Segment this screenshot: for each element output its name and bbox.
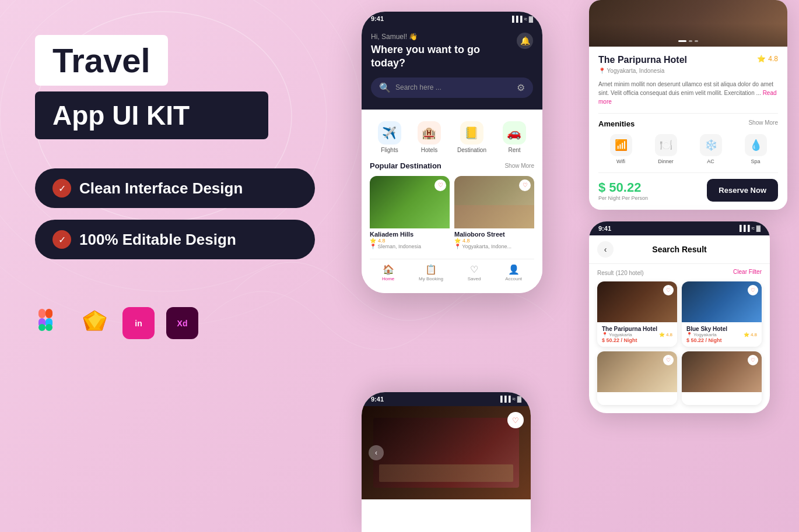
dot-2 bbox=[695, 40, 698, 42]
dinner-icon: 🍽️ bbox=[655, 134, 677, 156]
dest-heart-2[interactable]: ♡ bbox=[519, 179, 531, 191]
filter-icon: ⚙ bbox=[517, 82, 525, 93]
left-panel: Travel App UI KIT ✓ Clean Interface Desi… bbox=[35, 35, 332, 340]
svg-point-9 bbox=[45, 324, 52, 331]
price-reserve-row: $ 50.22 Per Night Per Person Reserve Now bbox=[598, 179, 778, 202]
hotel-price: $ 50.22 bbox=[598, 180, 648, 195]
svg-rect-5 bbox=[38, 309, 45, 318]
dest-location-2: 📍 Yogyakarta, Indone... bbox=[454, 244, 534, 249]
image-dots bbox=[678, 40, 698, 42]
divider-2 bbox=[598, 172, 778, 173]
phone-header: Hi, Samuel! 👋 Where you want to go today… bbox=[362, 26, 542, 110]
category-flights[interactable]: ✈️ Flights bbox=[378, 121, 401, 153]
title-appuikit: App UI KIT bbox=[35, 91, 268, 139]
hotel-card-rating-1: ⭐ 4.8 bbox=[659, 332, 672, 337]
hotel-heart-2[interactable]: ♡ bbox=[748, 285, 758, 295]
amenities-row: 📶 Wifi 🍽️ Dinner ❄️ AC 💧 Spa bbox=[598, 134, 778, 164]
amenities-show-more[interactable]: Show More bbox=[748, 119, 778, 128]
category-row: ✈️ Flights 🏨 Hotels 📒 Destination 🚗 Rent bbox=[370, 121, 534, 153]
phone-question: Where you want to go today? bbox=[371, 43, 517, 71]
category-destination[interactable]: 📒 Destination bbox=[457, 121, 486, 153]
amenities-header: Amenities Show More bbox=[598, 119, 778, 128]
search-phone-status: ▐▐▐ ≈ ▓ bbox=[737, 225, 761, 232]
hotel-card-loc-2: 📍 Yogyakarta bbox=[686, 332, 717, 337]
nav-account[interactable]: 👤 Account bbox=[505, 264, 522, 281]
hotel-detail-card: The Paripurna Hotel ⭐ 4.8 📍 Yogyakarta, … bbox=[589, 0, 787, 210]
hotel-card-name-4 bbox=[686, 396, 757, 401]
hotel-card-name-2: Blue Sky Hotel bbox=[686, 326, 757, 332]
dest-location-1: 📍 Sleman, Indonesia bbox=[370, 244, 450, 249]
hotels-icon: 🏨 bbox=[418, 121, 441, 145]
spa-icon: 💧 bbox=[745, 134, 767, 156]
bottom-phone-time: 9:41 bbox=[371, 396, 384, 403]
hotel-card-1[interactable]: ♡ The Paripurna Hotel 📍 Yogyakarta ⭐ 4.8… bbox=[597, 281, 677, 347]
search-phone-time: 9:41 bbox=[598, 225, 611, 232]
feature-badge-1: ✓ Clean Interface Design bbox=[35, 168, 315, 208]
xd-icon: Xd bbox=[166, 307, 198, 339]
category-hotels[interactable]: 🏨 Hotels bbox=[418, 121, 441, 153]
dest-card-2[interactable]: ♡ Malioboro Street ⭐ 4.8 📍 Yogyakarta, I… bbox=[454, 176, 534, 252]
hotel-card-img-1: ♡ bbox=[597, 281, 677, 322]
account-nav-icon: 👤 bbox=[508, 264, 520, 275]
right-panel: The Paripurna Hotel ⭐ 4.8 📍 Yogyakarta, … bbox=[589, 0, 787, 413]
hotel-card-info-3 bbox=[597, 392, 677, 405]
nav-home[interactable]: 🏠 Home bbox=[382, 264, 394, 281]
room-heart[interactable]: ♡ bbox=[507, 412, 524, 428]
rent-icon: 🚗 bbox=[503, 121, 526, 145]
hotel-name-row: The Paripurna Hotel ⭐ 4.8 bbox=[598, 55, 778, 65]
destination-icon: 📒 bbox=[460, 121, 483, 145]
sketch-icon bbox=[79, 306, 111, 340]
hotel-card-3[interactable]: ♡ bbox=[597, 351, 677, 405]
hotel-card-img-2: ♡ bbox=[682, 281, 762, 322]
hotel-card-4[interactable]: ♡ bbox=[682, 351, 762, 405]
destination-row: ♡ Kaliadem Hills ⭐ 4.8 📍 Sleman, Indones… bbox=[370, 176, 534, 252]
feature-label-2: 100% Editable Design bbox=[79, 231, 236, 249]
category-rent[interactable]: 🚗 Rent bbox=[503, 121, 526, 153]
result-count-row: Result (120 hotel) Clear Filter bbox=[589, 264, 770, 281]
booking-nav-label: My Booking bbox=[419, 276, 443, 281]
phone-status-icons: ▐▐▐ ≈ ▓ bbox=[510, 16, 533, 22]
hotel-description: Arnet minim mollit non deserunt ullamco … bbox=[598, 80, 778, 106]
dest-img-green: ♡ bbox=[370, 176, 450, 228]
wifi-icon: 📶 bbox=[610, 134, 632, 156]
hotel-heart-4[interactable]: ♡ bbox=[748, 355, 758, 365]
search-result-phone: 9:41 ▐▐▐ ≈ ▓ ‹ Search Result Result (120… bbox=[589, 221, 770, 413]
result-count: Result (120 hotel) bbox=[597, 269, 644, 277]
price-label: Per Night Per Person bbox=[598, 195, 648, 201]
tool-icons: in Xd bbox=[35, 306, 332, 340]
hotel-card-info-1: The Paripurna Hotel 📍 Yogyakarta ⭐ 4.8 $… bbox=[597, 322, 677, 347]
main-phone: 9:41 ▐▐▐ ≈ ▓ Hi, Samuel! 👋 Where you wan… bbox=[362, 12, 542, 293]
show-more-popular[interactable]: Show More bbox=[504, 163, 534, 169]
dest-card-1[interactable]: ♡ Kaliadem Hills ⭐ 4.8 📍 Sleman, Indones… bbox=[370, 176, 450, 252]
prev-arrow[interactable]: ‹ bbox=[369, 445, 384, 460]
amenity-ac: ❄️ AC bbox=[700, 134, 722, 164]
account-nav-label: Account bbox=[505, 276, 522, 281]
back-button[interactable]: ‹ bbox=[597, 241, 614, 258]
saved-nav-icon: ♡ bbox=[470, 264, 478, 275]
home-nav-label: Home bbox=[382, 276, 394, 281]
hotel-heart-1[interactable]: ♡ bbox=[663, 285, 674, 295]
popular-section-header: Popular Destination Show More bbox=[370, 161, 534, 170]
nav-saved[interactable]: ♡ Saved bbox=[468, 264, 481, 281]
hotel-card-name-3 bbox=[602, 396, 672, 401]
search-icon: 🔍 bbox=[379, 82, 391, 93]
bell-icon[interactable]: 🔔 bbox=[517, 33, 533, 49]
rent-label: Rent bbox=[508, 147, 520, 153]
hotel-card-info-4 bbox=[682, 392, 762, 405]
hotel-card-2[interactable]: ♡ Blue Sky Hotel 📍 Yogyakarta ⭐ 4.8 $ 50… bbox=[682, 281, 762, 347]
hotel-card-rating-2: ⭐ 4.8 bbox=[744, 332, 757, 337]
saved-nav-label: Saved bbox=[468, 276, 481, 281]
dinner-label: Dinner bbox=[658, 158, 674, 164]
dest-heart-1[interactable]: ♡ bbox=[434, 179, 446, 191]
dest-rating-2: ⭐ 4.8 bbox=[454, 238, 534, 244]
hotel-heart-3[interactable]: ♡ bbox=[663, 355, 674, 365]
check-icon-2: ✓ bbox=[52, 230, 71, 249]
phone-search-bar[interactable]: 🔍 Search here ... ⚙ bbox=[371, 77, 533, 98]
clear-filter-button[interactable]: Clear Filter bbox=[733, 269, 762, 277]
reserve-now-button[interactable]: Reserve Now bbox=[707, 179, 778, 202]
bottom-phone-status: ▐▐▐ ≈ ▓ bbox=[498, 396, 521, 403]
invision-icon: in bbox=[122, 307, 155, 339]
wifi-label: Wifi bbox=[616, 158, 625, 164]
nav-booking[interactable]: 📋 My Booking bbox=[419, 264, 443, 281]
phone-greeting: Hi, Samuel! 👋 bbox=[371, 33, 517, 41]
